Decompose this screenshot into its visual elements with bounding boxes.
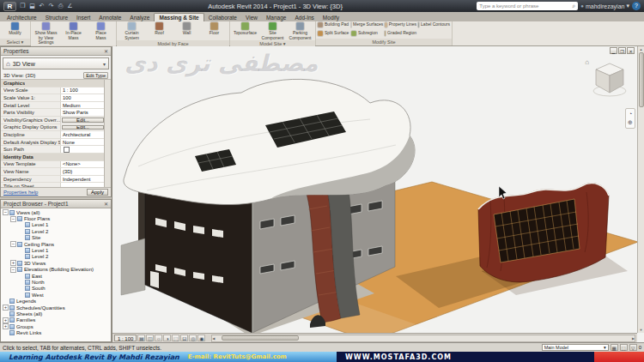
browser-tree-item[interactable]: − Views (all) <box>1 209 111 215</box>
ribbon-tab[interactable]: Insert <box>72 14 94 21</box>
property-row[interactable]: Graphic Display Options Edit... <box>1 124 105 132</box>
ribbon-button[interactable]: Curtain System <box>118 22 145 40</box>
property-row[interactable]: View Template <None> <box>1 161 105 169</box>
scrollbar-thumb[interactable] <box>639 52 644 107</box>
property-value[interactable]: 1 : 100 <box>61 87 105 94</box>
ribbon-tab[interactable]: Manage <box>262 14 291 21</box>
property-value[interactable]: Show Parts <box>61 109 105 116</box>
property-value[interactable] <box>61 183 105 187</box>
panel-caption[interactable]: Select ▾ <box>0 39 30 45</box>
property-value[interactable]: Independent <box>61 176 105 183</box>
ribbon-button[interactable]: Label Contours <box>418 22 450 27</box>
property-value[interactable]: None <box>61 139 105 146</box>
scroll-down-icon[interactable]: ▼ <box>640 327 643 333</box>
property-row[interactable]: Identity Data <box>1 154 105 161</box>
window-control-icon[interactable]: ▁ <box>610 47 617 54</box>
property-row[interactable]: View Scale 1 : 100 <box>1 87 105 95</box>
ribbon-tab[interactable]: Structure <box>41 14 72 21</box>
ribbon-tab[interactable]: Analyze <box>125 14 154 21</box>
signin-area[interactable]: ● mahdirezayian ▾ <box>580 3 629 9</box>
property-row[interactable]: View Name {3D} <box>1 168 105 176</box>
ribbon-tab[interactable]: Add-Ins <box>290 14 318 21</box>
property-row[interactable]: Discipline Architectural <box>1 131 105 139</box>
scroll-right-icon[interactable]: ▶ <box>632 335 635 341</box>
browser-tree-item[interactable]: West <box>1 292 111 298</box>
quick-access-icon[interactable]: ❒ <box>19 1 27 11</box>
properties-header[interactable]: Properties ✕ <box>1 47 111 56</box>
ribbon-tab[interactable]: Massing & Site <box>154 13 204 21</box>
window-control-icon[interactable]: ❐ <box>618 47 626 54</box>
property-value[interactable]: {3D} <box>61 168 105 175</box>
drawing-area[interactable]: مصطفی تری دی ▁ ❐ ✕ ⌂ <box>112 46 644 342</box>
browser-tree-item[interactable]: South <box>1 286 111 292</box>
property-value[interactable]: Medium <box>61 102 105 109</box>
edit-type-button[interactable]: Edit Type <box>83 72 108 79</box>
panel-caption[interactable]: Modify Site <box>316 39 452 45</box>
view-control-icon[interactable]: ◫ <box>146 335 154 341</box>
ribbon-button[interactable]: Graded Region <box>385 31 416 36</box>
browser-tree-item[interactable]: Level 2 <box>1 228 111 234</box>
tree-expander-icon[interactable]: − <box>10 216 16 222</box>
property-row[interactable]: Dependency Independent <box>1 176 105 184</box>
ribbon-button[interactable]: Split Surface <box>318 31 349 36</box>
tree-expander-icon[interactable]: − <box>3 209 9 215</box>
browser-tree-item[interactable]: + Families <box>1 317 111 323</box>
navigation-bar[interactable]: ◔ ⊕ <box>625 108 635 129</box>
design-options-dropdown[interactable]: Main Model ▾ <box>542 344 609 351</box>
tree-expander-icon[interactable]: + <box>3 323 9 329</box>
properties-help-link[interactable]: Properties help <box>3 190 38 195</box>
property-row[interactable]: Visibility/Graphics Overr... Edit... <box>1 117 105 124</box>
ribbon-button[interactable]: Wall <box>173 22 200 36</box>
view-control-icon[interactable]: ◎ <box>189 335 197 341</box>
quick-access-icon[interactable]: ⬓ <box>28 1 36 11</box>
view-control-icon[interactable]: ⬚ <box>172 335 179 341</box>
window-control-icon[interactable]: ✕ <box>627 47 635 54</box>
property-value[interactable] <box>61 146 105 153</box>
ribbon-button[interactable]: Subregion <box>351 31 383 36</box>
quick-access-icon[interactable]: ↷ <box>47 1 55 11</box>
status-bar-icon[interactable]: ⬚ <box>620 344 628 351</box>
property-row[interactable]: Title on Sheet <box>1 183 105 187</box>
view-control-icon[interactable]: ▤ <box>137 335 145 341</box>
horizontal-scrollbar[interactable]: ◀ ▶ <box>211 335 635 342</box>
status-bar-icon[interactable]: ▽ <box>629 344 637 351</box>
quick-access-icon[interactable]: ⎙ <box>57 1 64 11</box>
property-row[interactable]: Graphics <box>1 80 105 87</box>
tree-expander-icon[interactable]: + <box>10 260 16 266</box>
browser-tree-item[interactable]: Legends <box>1 298 111 304</box>
ribbon-button[interactable]: Property Lines <box>385 22 416 27</box>
infocenter-search[interactable]: Type a keyword or phrase ⌕ <box>477 2 578 10</box>
vertical-scrollbar[interactable]: ▲ ▼ <box>637 46 644 333</box>
property-value[interactable]: Edit... <box>62 125 104 130</box>
revit-logo[interactable]: R <box>3 2 16 11</box>
scroll-up-icon[interactable]: ▲ <box>640 46 643 52</box>
property-value[interactable]: <None> <box>61 161 105 168</box>
browser-tree-item[interactable]: − Elevations (Building Elevation) <box>1 267 111 273</box>
ribbon-button[interactable]: Site Component <box>259 22 286 40</box>
browser-tree-item[interactable]: − Floor Plans <box>1 215 111 221</box>
search-icon[interactable]: ⌕ <box>572 3 575 9</box>
tree-expander-icon[interactable]: − <box>10 267 16 273</box>
ribbon-button[interactable]: Place Mass <box>88 22 114 40</box>
scroll-left-icon[interactable]: ◀ <box>212 335 215 341</box>
browser-tree-item[interactable]: Site <box>1 235 111 241</box>
property-row[interactable]: Default Analysis Display S... None <box>1 139 105 147</box>
ribbon-button[interactable]: Floor <box>201 22 228 36</box>
property-value[interactable]: Edit... <box>62 118 104 123</box>
status-bar-icon[interactable]: ▦ <box>611 344 618 351</box>
browser-tree-item[interactable]: Revit Links <box>1 329 111 335</box>
view-control-icon[interactable]: ⊡ <box>180 335 188 341</box>
property-row[interactable]: Parts Visibility Show Parts <box>1 109 105 117</box>
browser-tree-item[interactable]: Level 1 <box>1 222 111 228</box>
close-icon[interactable]: ✕ <box>104 48 108 54</box>
view-control-icon[interactable]: ◉ <box>197 335 205 341</box>
ribbon-tab[interactable]: Architecture <box>3 14 41 21</box>
browser-tree-item[interactable]: Sheets (all) <box>1 311 111 317</box>
tree-expander-icon[interactable]: + <box>3 317 9 323</box>
ribbon-button[interactable]: In-Place Mass <box>60 22 87 40</box>
browser-tree-item[interactable]: Level 1 <box>1 247 111 253</box>
project-browser-header[interactable]: Project Browser - Project1 ✕ <box>1 200 111 208</box>
browser-tree-item[interactable]: + 3D Views <box>1 260 111 266</box>
view-control-icon[interactable]: ☼ <box>155 335 162 341</box>
zoom-icon[interactable]: ⊕ <box>628 119 633 126</box>
